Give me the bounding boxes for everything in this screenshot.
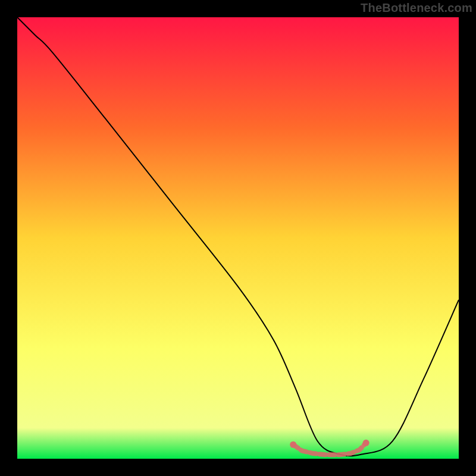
chart-frame: TheBottleneck.com <box>0 0 476 476</box>
plot-background <box>17 17 459 459</box>
watermark-text: TheBottleneck.com <box>361 1 472 15</box>
svg-point-1 <box>363 440 369 446</box>
svg-point-0 <box>290 441 296 448</box>
bottleneck-chart <box>17 17 459 459</box>
